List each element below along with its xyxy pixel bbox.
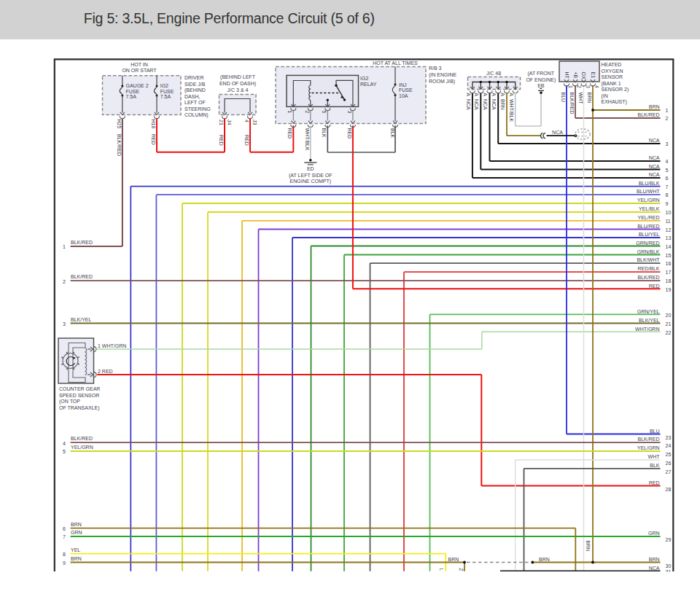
svg-text:Fig 5: 3.5L, Engine Performanc: Fig 5: 3.5L, Engine Performance Circuit … [84, 10, 375, 26]
svg-text:A: A [466, 93, 471, 96]
svg-text:BRN: BRN [71, 522, 82, 527]
svg-text:(AT LEFT SIDE OF: (AT LEFT SIDE OF [289, 173, 332, 179]
svg-text:2: 2 [666, 116, 669, 121]
svg-text:BLK/YEL: BLK/YEL [71, 317, 92, 322]
svg-text:NCA: NCA [649, 164, 660, 169]
svg-text:OF TRANSAXLE): OF TRANSAXLE) [59, 405, 100, 411]
svg-text:28: 28 [666, 487, 672, 492]
svg-text:H18: H18 [151, 120, 156, 129]
svg-text:BLK/RED: BLK/RED [638, 275, 660, 280]
svg-text:IG2: IG2 [160, 83, 168, 88]
svg-text:OF ENGINE): OF ENGINE) [526, 77, 556, 83]
svg-text:BRN: BRN [586, 541, 591, 552]
svg-text:L: L [439, 568, 444, 571]
svg-text:STEERING: STEERING [184, 106, 211, 112]
svg-text:NCA: NCA [466, 99, 471, 110]
svg-text:7.5A: 7.5A [160, 94, 171, 99]
svg-text:7.5A: 7.5A [126, 94, 137, 99]
svg-text:23: 23 [666, 435, 672, 440]
svg-text:R/B 3: R/B 3 [429, 66, 442, 71]
svg-text:8: 8 [666, 192, 669, 198]
svg-text:BRN: BRN [649, 557, 660, 562]
svg-text:ENGINE COMPT): ENGINE COMPT) [290, 179, 331, 184]
svg-text:BRN: BRN [539, 557, 550, 562]
svg-text:COUNTER GEAR: COUNTER GEAR [59, 386, 100, 391]
svg-text:EXHAUST): EXHAUST) [602, 99, 627, 105]
svg-text:6: 6 [666, 176, 669, 181]
svg-text:END OF DASH): END OF DASH) [219, 81, 256, 87]
svg-text:RELAY: RELAY [360, 82, 377, 87]
svg-text:WHT/BLK: WHT/BLK [509, 99, 514, 122]
svg-text:5: 5 [666, 168, 669, 173]
svg-text:30: 30 [666, 563, 672, 568]
svg-text:YEL/GRN: YEL/GRN [637, 198, 660, 203]
svg-text:8: 8 [63, 552, 66, 557]
svg-text:9: 9 [666, 201, 669, 206]
svg-text:RED: RED [649, 284, 660, 289]
svg-text:YEL/GRN: YEL/GRN [71, 445, 93, 450]
svg-text:21: 21 [666, 321, 672, 327]
svg-text:DASH,: DASH, [184, 94, 200, 99]
svg-text:(BEHIND: (BEHIND [184, 87, 206, 93]
svg-text:BRN: BRN [448, 557, 459, 562]
svg-text:BLK/RED: BLK/RED [71, 240, 93, 245]
svg-text:27: 27 [666, 469, 672, 474]
svg-text:NCA: NCA [649, 155, 660, 160]
svg-text:BLK: BLK [650, 463, 660, 468]
svg-text:FUSE: FUSE [399, 87, 413, 93]
svg-text:29: 29 [666, 537, 672, 542]
svg-text:SENSOR: SENSOR [602, 74, 623, 79]
svg-text:A: A [483, 93, 488, 96]
svg-text:HOT AT ALL TIMES: HOT AT ALL TIMES [373, 60, 418, 66]
svg-text:E1: E1 [591, 72, 596, 79]
svg-text:BLK/RED: BLK/RED [71, 274, 93, 279]
svg-text:DRIVER: DRIVER [184, 75, 203, 80]
svg-text:5: 5 [322, 111, 327, 114]
svg-text:FUSE: FUSE [160, 89, 174, 94]
svg-text:GRN: GRN [71, 530, 82, 535]
svg-text:1 WHT/GRN: 1 WHT/GRN [98, 343, 126, 348]
svg-text:7: 7 [666, 184, 669, 189]
svg-text:12: 12 [666, 227, 672, 232]
svg-text:21: 21 [219, 120, 224, 125]
svg-text:+B: +B [573, 72, 578, 79]
svg-text:BLK/RED: BLK/RED [71, 436, 93, 441]
svg-text:A: A [509, 93, 514, 96]
svg-text:BLK/RED: BLK/RED [638, 112, 660, 117]
svg-text:H25: H25 [117, 120, 122, 129]
svg-text:YEL: YEL [71, 547, 80, 552]
svg-text:1: 1 [287, 111, 292, 114]
svg-text:HEATED: HEATED [602, 62, 622, 67]
svg-text:2: 2 [305, 111, 310, 114]
svg-text:NCA: NCA [491, 99, 497, 110]
svg-text:BLK/WHT: BLK/WHT [637, 257, 660, 262]
svg-text:BLK/RED: BLK/RED [638, 437, 660, 442]
svg-text:OXYGEN: OXYGEN [602, 69, 623, 74]
svg-text:3: 3 [347, 111, 352, 114]
svg-text:BLK: BLK [322, 128, 327, 138]
svg-text:RED: RED [151, 134, 156, 145]
svg-text:22: 22 [666, 330, 672, 335]
svg-text:BRN: BRN [71, 556, 82, 561]
svg-text:NCA: NCA [649, 566, 660, 571]
svg-text:YEL/GRN: YEL/GRN [637, 445, 660, 450]
svg-text:(IN ENGINE: (IN ENGINE [429, 72, 456, 78]
svg-text:10: 10 [666, 210, 672, 215]
svg-text:BRN: BRN [649, 104, 660, 109]
svg-text:J4: J4 [227, 120, 232, 125]
svg-text:J/C 3 & 4: J/C 3 & 4 [228, 87, 249, 93]
svg-text:1: 1 [63, 244, 66, 249]
svg-text:EB: EB [537, 83, 545, 88]
svg-text:GRN/YEL: GRN/YEL [637, 309, 660, 314]
svg-text:ROOM J/B): ROOM J/B) [429, 79, 455, 85]
svg-text:LEFT OF: LEFT OF [184, 100, 206, 105]
svg-text:Z: Z [459, 568, 464, 571]
svg-text:18: 18 [666, 278, 672, 284]
svg-text:3: 3 [666, 141, 669, 146]
svg-text:IG2: IG2 [360, 76, 368, 81]
svg-text:J/C 48: J/C 48 [486, 71, 501, 76]
svg-text:RED: RED [649, 480, 660, 485]
svg-text:ED: ED [307, 166, 314, 171]
svg-text:11: 11 [666, 219, 671, 224]
svg-text:HT: HT [564, 72, 569, 79]
